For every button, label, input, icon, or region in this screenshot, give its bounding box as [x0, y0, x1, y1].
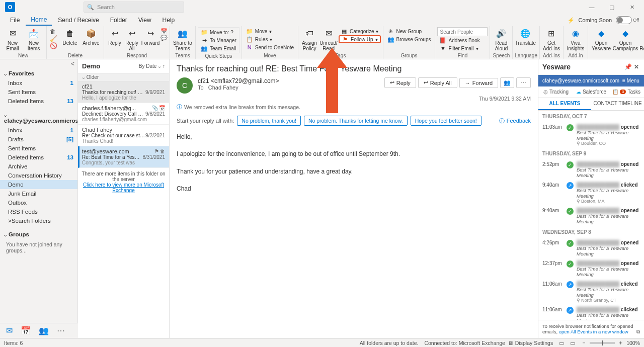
- menu-folder[interactable]: Folder: [105, 15, 132, 25]
- message-item[interactable]: Chad Fahey Re: Check out our case stu...…: [78, 125, 169, 146]
- junk-icon[interactable]: 🚫: [50, 42, 57, 49]
- group-older[interactable]: ⌵ Older: [78, 73, 169, 81]
- quickstep-teamemail[interactable]: 👥Team Email: [199, 44, 238, 52]
- rules-button[interactable]: 📋Rules ▾: [244, 35, 296, 43]
- flag-icon[interactable]: ⚑: [154, 148, 159, 154]
- meeting-icon[interactable]: 📅: [160, 28, 168, 35]
- quickstep-moveto[interactable]: 📁Move to: ?: [199, 28, 238, 36]
- subtab-contact-timeline[interactable]: CONTACT TIMELINE: [591, 98, 644, 110]
- folder-deleted-items[interactable]: Deleted Items13: [0, 153, 77, 162]
- message-item[interactable]: cf21 Thanks for reaching out! R...9/9/20…: [78, 81, 169, 103]
- tracking-event[interactable]: 9:40am ↗ ████████████ clicked Best Time …: [538, 180, 644, 206]
- view-normal-icon[interactable]: ▭: [556, 340, 567, 346]
- categorize-button[interactable]: ▦Categorize ▾: [339, 27, 380, 35]
- view-reading-icon[interactable]: ▭: [567, 340, 578, 346]
- new-group-button[interactable]: ✳New Group: [385, 27, 433, 35]
- unread-read-button[interactable]: ✉Unread/ Read: [318, 27, 339, 52]
- ignore-icon[interactable]: 🗑: [50, 28, 57, 35]
- suggestion-1[interactable]: No problem, thank you!: [237, 116, 301, 126]
- move-button[interactable]: 📁Move ▾: [244, 27, 296, 35]
- address-book-button[interactable]: 📕Address Book: [437, 36, 488, 44]
- new-items-button[interactable]: 📩New Items: [23, 27, 44, 52]
- folder-inbox[interactable]: Inbox1: [0, 126, 77, 135]
- reply-button[interactable]: ↩Reply: [106, 27, 123, 47]
- archive-button[interactable]: 📦Archive: [80, 27, 102, 47]
- browse-groups-button[interactable]: 👥Browse Groups: [385, 35, 433, 43]
- open-campaigns-button[interactable]: ◆Open Campaigns: [612, 27, 638, 52]
- delete-button[interactable]: 🗑Delete: [59, 27, 80, 47]
- get-addins-button[interactable]: ⊞Get Add-ins: [542, 27, 561, 52]
- new-email-button[interactable]: ✉New Email: [2, 27, 23, 52]
- menu-file[interactable]: File: [5, 15, 25, 25]
- delete-icon[interactable]: 🗑: [160, 148, 165, 154]
- reply-action[interactable]: ↩ Reply: [384, 77, 416, 88]
- suggestion-2[interactable]: No problem. Thanks for letting me know.: [304, 116, 408, 126]
- maximize-button[interactable]: ▢: [602, 0, 622, 14]
- reply-all-button[interactable]: ↩Reply All: [123, 27, 140, 52]
- menu-send-receive[interactable]: Send / Receive: [53, 15, 104, 25]
- menu-view[interactable]: View: [133, 15, 156, 25]
- close-button[interactable]: ✕: [622, 0, 642, 14]
- pin-button[interactable]: 📌: [623, 62, 633, 71]
- more-respond-icon[interactable]: ⋯: [160, 41, 168, 48]
- tracking-event[interactable]: 9:40am ✓ ████████████ opened Best Time f…: [538, 206, 644, 226]
- menu-home[interactable]: Home: [26, 15, 52, 26]
- followup-button[interactable]: ⚑Follow Up ▾: [339, 35, 380, 43]
- view-more-link[interactable]: Click here to view more on Microsoft Exc…: [83, 182, 164, 193]
- forward-action[interactable]: → Forward: [459, 78, 498, 88]
- folder-sent-items[interactable]: Sent Items: [0, 144, 77, 153]
- groups-header[interactable]: Groups: [0, 229, 77, 239]
- account-header[interactable]: cfahey@yesware.onmicros...: [0, 110, 77, 126]
- folder-search-folders[interactable]: >Search Folders: [0, 216, 77, 225]
- folder-demo[interactable]: Demo: [0, 180, 77, 189]
- collapse-pane-button[interactable]: <: [0, 59, 77, 68]
- tracking-event[interactable]: 2:52pm ✓ ████████████ opened Best Time f…: [538, 159, 644, 180]
- teams-action[interactable]: 👥: [500, 77, 514, 88]
- onenote-button[interactable]: NSend to OneNote: [244, 43, 296, 51]
- cleanup-icon[interactable]: 🧹: [50, 35, 57, 42]
- translate-button[interactable]: 🌐Translate: [515, 27, 536, 47]
- favorites-header[interactable]: Favorites: [0, 68, 77, 78]
- tab-salesforce[interactable]: ☁Salesforce: [574, 86, 609, 97]
- tracking-event[interactable]: 12:37pm ✓ ████████████ opened Best Time …: [538, 258, 644, 279]
- zoom-in[interactable]: ＋: [615, 339, 626, 346]
- folder-drafts[interactable]: Drafts[5]: [0, 135, 77, 144]
- search-people-input[interactable]: [437, 27, 488, 36]
- subtab-all-events[interactable]: ALL EVENTS: [538, 98, 591, 110]
- search-box[interactable]: 🔍 Search: [84, 2, 184, 13]
- popout-icon[interactable]: ⧉: [636, 329, 640, 335]
- feedback-link[interactable]: ⓘFeedback: [499, 117, 531, 125]
- tab-tracking[interactable]: ◎Tracking: [538, 86, 574, 97]
- folder-archive[interactable]: Archive: [0, 162, 77, 171]
- message-item[interactable]: charles.f.flaherty@g...📎📅 Declined: Disc…: [78, 103, 169, 125]
- folder-deleted-items[interactable]: Deleted Items13: [0, 97, 77, 106]
- reply-all-action[interactable]: ↩ Reply All: [418, 77, 457, 88]
- menu-help[interactable]: Help: [157, 15, 180, 25]
- mail-view-icon[interactable]: ✉: [6, 326, 13, 335]
- read-aloud-button[interactable]: 🔊Read Aloud: [492, 27, 510, 52]
- open-reporting-button[interactable]: ◆Open Reporting: [638, 27, 644, 52]
- people-view-icon[interactable]: 👥: [39, 326, 49, 335]
- filter-email-button[interactable]: ▼Filter Email ▾: [437, 44, 488, 52]
- folder-sent-items[interactable]: Sent Items: [0, 88, 77, 97]
- tracking-event[interactable]: 4:26pm ✓ ████████████ opened Best Time f…: [538, 238, 644, 258]
- quickstep-tomanager[interactable]: ➡To Manager: [199, 36, 238, 44]
- more-actions[interactable]: ⋯: [516, 77, 531, 88]
- calendar-view-icon[interactable]: 📅: [21, 326, 31, 335]
- tracking-event[interactable]: 11:06am ↗ ████████████ clicked Best Time…: [538, 305, 644, 320]
- close-panel-button[interactable]: ✕: [633, 62, 640, 71]
- display-settings-button[interactable]: 🖥 Display Settings: [505, 340, 556, 346]
- tracking-event[interactable]: 11:03am ✓ ████████████ opened Best Time …: [538, 122, 644, 148]
- folder-rss-feeds[interactable]: RSS Feeds: [0, 207, 77, 216]
- assign-policy-button[interactable]: 🏷Assign Policy: [300, 27, 318, 52]
- message-item[interactable]: test@yesware.com⚑🗑 Re: Best Time for a Y…: [78, 146, 169, 168]
- sort-dropdown[interactable]: By Date ⌵ ↑: [139, 63, 165, 69]
- yesware-menu-button[interactable]: ≡ Menu: [619, 77, 642, 84]
- share-teams-button[interactable]: 👥Share to Teams: [172, 27, 193, 52]
- coming-soon-toggle[interactable]: [616, 16, 632, 24]
- zoom-out[interactable]: －: [578, 339, 590, 346]
- suggestion-3[interactable]: Hope you feel better soon!: [411, 116, 481, 126]
- forward-button[interactable]: ↪Forward: [140, 27, 160, 47]
- minimize-button[interactable]: —: [582, 0, 602, 14]
- folder-outbox[interactable]: Outbox: [0, 198, 77, 207]
